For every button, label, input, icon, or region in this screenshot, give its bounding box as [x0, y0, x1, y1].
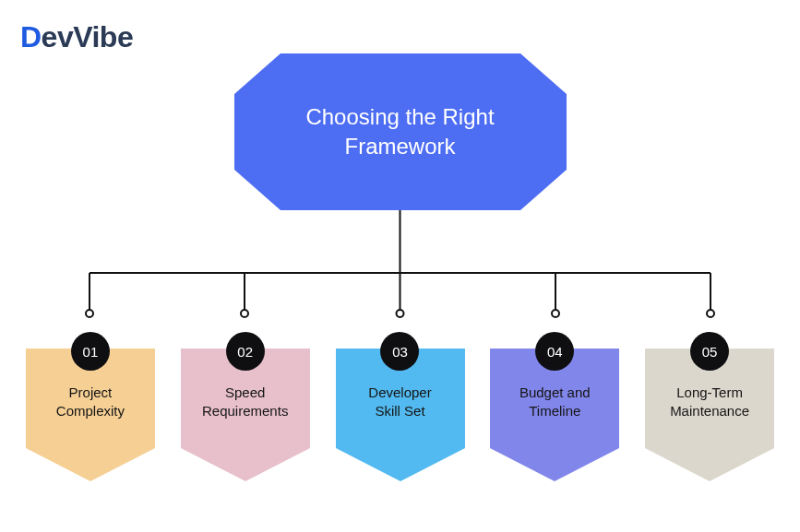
logo-accent: D: [20, 20, 42, 53]
card-label: Developer Skill Set: [343, 384, 458, 421]
title-banner: Choosing the Right Framework: [234, 53, 567, 210]
card-04: 04 Budget and Timeline: [490, 334, 619, 481]
card-number-badge: 01: [71, 332, 110, 371]
card-number-badge: 05: [690, 332, 729, 371]
card-label: Project Complexity: [33, 384, 148, 421]
banner-title: Choosing the Right Framework: [234, 53, 567, 210]
cards-row: 01 Project Complexity 02 Speed Requireme…: [0, 334, 800, 481]
card-label: Long-Term Maintenance: [652, 384, 767, 421]
card-02: 02 Speed Requirements: [181, 334, 310, 481]
svg-point-8: [241, 310, 248, 317]
card-01: 01 Project Complexity: [26, 334, 155, 481]
logo: DevVibe: [20, 20, 133, 54]
svg-point-11: [707, 310, 714, 317]
svg-point-10: [552, 310, 559, 317]
card-number-badge: 02: [226, 332, 265, 371]
card-number-badge: 04: [535, 332, 574, 371]
card-label: Speed Requirements: [188, 384, 303, 421]
card-label: Budget and Timeline: [497, 384, 612, 421]
card-number-badge: 03: [380, 332, 419, 371]
logo-rest: evVibe: [42, 20, 134, 53]
svg-point-7: [86, 310, 93, 317]
svg-point-9: [397, 310, 404, 317]
card-05: 05 Long-Term Maintenance: [645, 334, 774, 481]
card-03: 03 Developer Skill Set: [336, 334, 465, 481]
